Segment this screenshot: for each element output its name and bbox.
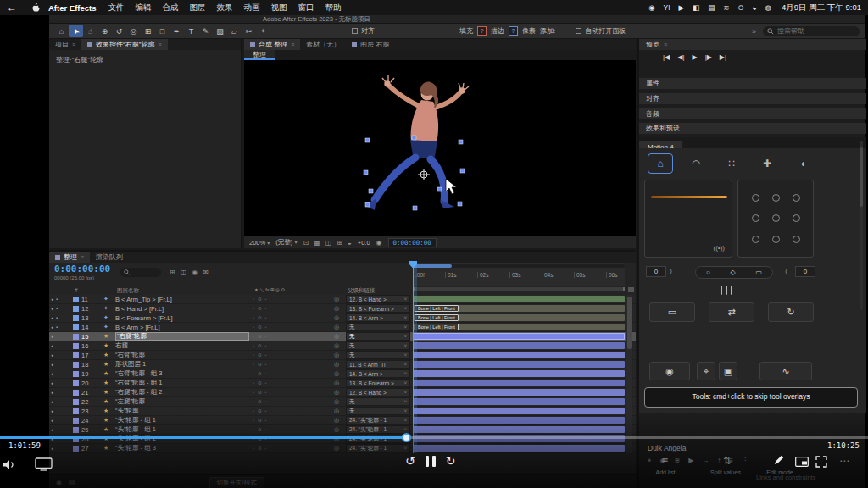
orientation-dot[interactable] (793, 236, 800, 243)
layer-duration-bar[interactable]: Bone | Left | Front (413, 360, 625, 369)
lock-button[interactable]: ▣ (719, 362, 737, 380)
tab-render-queue[interactable]: 渲染队列 (90, 252, 129, 263)
player-progress-bar[interactable] (0, 436, 868, 439)
left-value-field[interactable]: 0 (646, 266, 666, 277)
col-layer-name[interactable]: 图层名称 (117, 287, 139, 295)
layer-duration-bar[interactable]: Bone | Left | Front (413, 341, 625, 350)
fullscreen-icon[interactable] (815, 456, 827, 468)
layer-duration-bar[interactable]: Bone | Left | Front (413, 351, 625, 359)
layer-name[interactable]: “右臂”轮廓 - 组 3 (115, 369, 249, 378)
eye-icon[interactable]: ● (51, 352, 53, 358)
orientation-dot[interactable] (793, 194, 800, 202)
layer-switches[interactable]: ◦⊙◦ (253, 388, 331, 396)
layer-row[interactable]: ● ▪ 15 ★ “右腿”轮廓 ◦⊙◦ ◎ 无 ˅ (49, 332, 636, 341)
layer-name[interactable]: “右臂”轮廓 - 组 1 (115, 379, 249, 387)
effects-presets-panel-header[interactable]: 效果和预设 (639, 123, 866, 134)
toolbar-overflow-icon[interactable]: » (752, 27, 756, 36)
layer-color-swatch[interactable] (73, 390, 79, 396)
orientation-dot[interactable] (752, 236, 760, 243)
layer-switches[interactable]: ◦⊙◦ (253, 407, 331, 415)
parent-pickwhip-icon[interactable]: ◎ (334, 332, 344, 341)
last-frame-button[interactable]: ▶| (720, 53, 726, 61)
eye-icon[interactable]: ● (51, 343, 53, 348)
draft-3d-icon[interactable]: ◫ (181, 269, 187, 276)
right-value-field[interactable]: 0 (795, 266, 815, 277)
diamond-shape-icon[interactable]: ◇ (731, 269, 736, 276)
snapshot-icon[interactable]: ◉ (376, 239, 382, 247)
home-tab-icon[interactable]: ⌂ (648, 153, 673, 174)
render-time-icon[interactable]: ◉ (56, 479, 62, 486)
eye-icon[interactable]: ● (51, 380, 53, 385)
frame-blending-icon[interactable]: ◉ (192, 269, 198, 276)
layer-color-swatch[interactable] (73, 306, 79, 312)
layer-duration-bar[interactable]: Bone | Left | Front (413, 444, 625, 452)
layer-name[interactable]: “右臂”轮廓 (115, 351, 249, 359)
tab-layer[interactable]: 图层 右腿 (346, 39, 395, 50)
layer-switches[interactable]: ◦⊙◦ (253, 313, 331, 322)
layer-row[interactable]: ● ▪ 25 ★ “头”轮廓 - 组 1 ◦⊙◦ ◎ 24. “头”轮廓 - 1… (49, 425, 636, 435)
parent-dropdown[interactable]: 无 ˅ (346, 323, 410, 331)
menu-item[interactable]: 动画 (244, 3, 260, 14)
layer-color-swatch[interactable] (73, 427, 79, 433)
resolution-select[interactable]: (完整) ▾ (275, 238, 297, 247)
eye-icon[interactable]: ● (51, 315, 53, 320)
layer-duration-bar[interactable]: Bone | Left | Front (413, 407, 625, 415)
eye-icon[interactable]: ● (51, 446, 53, 451)
layer-duration-bar[interactable]: Bone | Left | Front (413, 369, 625, 378)
eye-icon[interactable]: ● (51, 334, 53, 339)
layer-duration-bar[interactable]: Bone | Left | Front (413, 304, 625, 313)
layer-row[interactable]: ● ▪ 14 ✦ B < Arm > [Fr.L] ◦⊙◦ ◎ 无 ˅ (49, 323, 636, 332)
tab-footage[interactable]: 素材（无） (300, 39, 346, 50)
screen-record-icon[interactable]: ◉ (648, 3, 654, 12)
wave-icon[interactable]: ≋ (675, 457, 681, 465)
parent-dropdown[interactable]: 24. “头”轮廓 - 1 ˅ (346, 444, 410, 452)
lock-icon[interactable]: ▪ (56, 297, 58, 302)
layer-switches[interactable]: ◦⊙◦ (253, 323, 331, 331)
menu-item[interactable]: 视图 (271, 3, 287, 14)
composition-mini-flowchart-icon[interactable]: ⊞ (170, 269, 175, 276)
orientation-dot[interactable] (772, 214, 780, 222)
parent-dropdown[interactable]: 24. “头”轮廓 - 1 ˅ (346, 425, 410, 434)
lock-icon[interactable]: ▪ (56, 315, 58, 320)
panel-menu-icon[interactable]: ≡ (72, 42, 75, 47)
layer-duration-bar[interactable]: Bone | Left | Front (413, 323, 625, 331)
timeline-search-box[interactable] (120, 268, 161, 277)
eraser-tool[interactable]: ▱ (227, 25, 242, 37)
help-search-box[interactable] (763, 26, 860, 36)
target-icon[interactable]: ⌖ (648, 457, 652, 465)
control-center-icon[interactable]: ◒ (752, 3, 756, 12)
type-tool[interactable]: T (184, 25, 198, 37)
parent-pickwhip-icon[interactable]: ◎ (334, 323, 344, 331)
forward-10-button[interactable]: ↻ (446, 454, 456, 468)
layer-duration-bar[interactable]: Bone | Left | Front (413, 388, 625, 396)
target-button[interactable]: ⌖ (697, 362, 715, 380)
menu-item[interactable]: 图层 (190, 3, 206, 14)
edit-mode-label[interactable]: Edit mode (754, 469, 805, 475)
viewer-timecode[interactable]: 0:00:00:00 (388, 238, 437, 247)
layer-duration-bar[interactable]: Bone | Left | Front (413, 332, 625, 341)
eye-icon[interactable]: ● (51, 390, 53, 395)
layer-color-swatch[interactable] (73, 343, 79, 349)
split-values-icon[interactable]: ⇅ (723, 455, 732, 467)
parent-pickwhip-icon[interactable]: ◎ (334, 425, 344, 434)
parent-pickwhip-icon[interactable]: ◎ (334, 369, 344, 378)
curve-button[interactable]: ∿ (760, 362, 812, 380)
add-list-label[interactable]: Add list (640, 469, 691, 475)
menu-item[interactable]: 编辑 (136, 3, 152, 14)
arrow-up-icon[interactable]: ↑ (717, 457, 721, 465)
stroke-swatch[interactable]: ? (509, 26, 518, 36)
layer-color-swatch[interactable] (73, 297, 79, 302)
eye-icon[interactable]: ● (51, 399, 53, 404)
yi-badge-icon[interactable]: YI (664, 3, 670, 12)
apple-menu-icon[interactable] (31, 3, 40, 13)
wifi-icon[interactable]: ≋ (723, 3, 729, 12)
app-menu-title[interactable]: After Effects (48, 3, 97, 13)
align-panel-header[interactable]: 对齐 (639, 93, 866, 104)
layer-duration-bar[interactable]: Bone | Left | Front (413, 295, 625, 303)
brush-tool[interactable]: ✎ (198, 25, 213, 37)
add-label[interactable]: 添加: (540, 26, 555, 36)
layer-switches[interactable]: ◦⊙◦ (253, 369, 331, 378)
shape-tool[interactable]: □ (155, 25, 170, 37)
layer-color-swatch[interactable] (73, 446, 79, 452)
swap-button[interactable]: ⇄ (709, 302, 754, 322)
